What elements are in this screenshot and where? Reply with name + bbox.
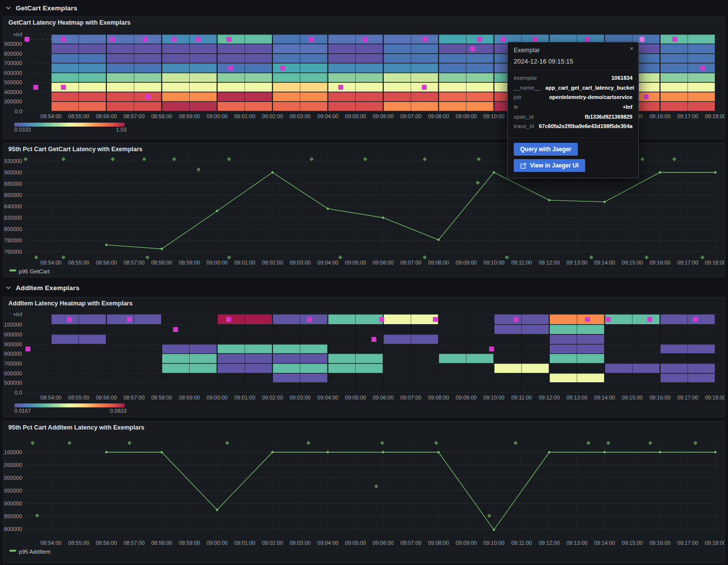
data-point[interactable] xyxy=(105,244,108,246)
data-point[interactable] xyxy=(437,451,440,454)
exemplar-marker[interactable] xyxy=(33,85,38,90)
exemplar-diamond[interactable] xyxy=(700,255,704,259)
exemplar-marker[interactable] xyxy=(173,327,178,332)
data-point[interactable] xyxy=(603,200,606,203)
data-point[interactable] xyxy=(659,451,662,454)
data-point[interactable] xyxy=(714,171,717,174)
exemplar-diamond[interactable] xyxy=(67,441,71,445)
exemplar-marker[interactable] xyxy=(606,317,611,322)
exemplar-diamond[interactable] xyxy=(62,157,66,161)
exemplar-marker[interactable] xyxy=(145,95,150,100)
exemplar-marker[interactable] xyxy=(489,347,494,352)
exemplar-diamond[interactable] xyxy=(648,441,652,445)
exemplar-marker[interactable] xyxy=(371,337,376,342)
exemplar-diamond[interactable] xyxy=(310,157,314,161)
data-point[interactable] xyxy=(216,210,218,212)
exemplar-diamond[interactable] xyxy=(31,441,34,445)
exemplar-marker[interactable] xyxy=(379,317,384,322)
exemplar-marker[interactable] xyxy=(226,317,231,322)
exemplar-diamond[interactable] xyxy=(434,441,438,445)
exemplar-marker[interactable] xyxy=(585,317,590,322)
panel-title[interactable]: AddItem Latency Heatmap with Exemplars xyxy=(8,300,132,307)
data-point[interactable] xyxy=(382,217,385,219)
exemplar-diamond[interactable] xyxy=(35,513,39,517)
data-point[interactable] xyxy=(382,451,385,454)
exemplar-diamond[interactable] xyxy=(487,514,491,518)
exemplar-marker[interactable] xyxy=(309,37,314,42)
exemplar-diamond[interactable] xyxy=(645,255,649,259)
exemplar-diamond[interactable] xyxy=(142,157,146,161)
exemplar-marker[interactable] xyxy=(700,66,705,70)
exemplar-diamond[interactable] xyxy=(694,441,697,445)
data-point[interactable] xyxy=(437,238,440,241)
section-header-getcart[interactable]: GetCart Exemplars xyxy=(0,1,728,15)
data-point[interactable] xyxy=(493,529,495,531)
section-header-additem[interactable]: AddItem Exemplars xyxy=(0,281,728,295)
exemplar-marker[interactable] xyxy=(585,37,590,42)
exemplar-marker[interactable] xyxy=(127,317,132,322)
data-point[interactable] xyxy=(327,207,329,210)
exemplar-marker[interactable] xyxy=(227,37,232,42)
exemplar-marker[interactable] xyxy=(532,37,537,42)
exemplar-marker[interactable] xyxy=(423,37,428,42)
exemplar-marker[interactable] xyxy=(672,37,677,42)
data-point[interactable] xyxy=(161,248,163,250)
data-point[interactable] xyxy=(271,171,274,174)
exemplar-marker[interactable] xyxy=(143,37,148,42)
view-in-jaeger-button[interactable]: View in Jaeger UI xyxy=(514,159,585,172)
exemplar-marker[interactable] xyxy=(500,37,505,42)
exemplar-marker[interactable] xyxy=(514,317,519,322)
panel-title[interactable]: GetCart Latency Heatmap with Exemplars xyxy=(8,19,131,26)
exemplar-diamond[interactable] xyxy=(111,157,115,161)
close-icon[interactable]: × xyxy=(629,45,633,52)
data-point[interactable] xyxy=(493,171,495,174)
data-point[interactable] xyxy=(603,451,606,454)
exemplar-diamond[interactable] xyxy=(505,255,509,259)
exemplar-marker[interactable] xyxy=(61,37,66,42)
data-point[interactable] xyxy=(271,451,274,454)
exemplar-marker[interactable] xyxy=(172,37,177,42)
query-with-jaeger-button[interactable]: Query with Jaeger xyxy=(514,143,578,156)
data-point[interactable] xyxy=(548,451,551,454)
data-point[interactable] xyxy=(216,509,218,511)
exemplar-marker[interactable] xyxy=(25,37,30,42)
exemplar-diamond[interactable] xyxy=(225,441,229,445)
exemplar-diamond[interactable] xyxy=(514,441,518,445)
exemplar-marker[interactable] xyxy=(470,46,475,51)
exemplar-diamond[interactable] xyxy=(62,255,66,259)
exemplar-diamond[interactable] xyxy=(24,157,28,161)
exemplar-marker[interactable] xyxy=(693,317,698,322)
exemplar-diamond[interactable] xyxy=(606,441,610,445)
exemplar-marker[interactable] xyxy=(280,66,285,70)
exemplar-diamond[interactable] xyxy=(374,484,378,488)
exemplar-marker[interactable] xyxy=(639,37,644,42)
exemplar-marker[interactable] xyxy=(477,37,482,42)
exemplar-marker[interactable] xyxy=(307,317,312,322)
exemplar-marker[interactable] xyxy=(61,85,66,90)
exemplar-marker[interactable] xyxy=(338,85,343,90)
exemplar-diamond[interactable] xyxy=(672,157,676,161)
data-point[interactable] xyxy=(161,451,163,454)
panel-title[interactable]: 95th Pct Cart GetCart Latency with Exemp… xyxy=(8,146,142,153)
exemplar-diamond[interactable] xyxy=(338,255,342,259)
exemplar-diamond[interactable] xyxy=(128,441,132,445)
exemplar-diamond[interactable] xyxy=(476,181,480,185)
exemplar-marker[interactable] xyxy=(644,95,649,100)
exemplar-diamond[interactable] xyxy=(380,441,384,445)
data-point[interactable] xyxy=(548,199,551,201)
exemplar-marker[interactable] xyxy=(110,37,115,42)
exemplar-diamond[interactable] xyxy=(363,157,367,161)
exemplar-marker[interactable] xyxy=(422,85,427,90)
exemplar-diamond[interactable] xyxy=(306,441,310,445)
exemplar-diamond[interactable] xyxy=(172,157,176,161)
exemplar-diamond[interactable] xyxy=(227,157,231,161)
exemplar-diamond[interactable] xyxy=(34,255,38,259)
exemplar-diamond[interactable] xyxy=(145,255,149,259)
exemplar-diamond[interactable] xyxy=(197,167,200,171)
data-point[interactable] xyxy=(105,451,108,454)
exemplar-diamond[interactable] xyxy=(589,255,593,259)
exemplar-diamond[interactable] xyxy=(423,255,427,259)
exemplar-diamond[interactable] xyxy=(477,157,481,161)
data-point[interactable] xyxy=(714,451,717,454)
exemplar-marker[interactable] xyxy=(647,317,652,322)
